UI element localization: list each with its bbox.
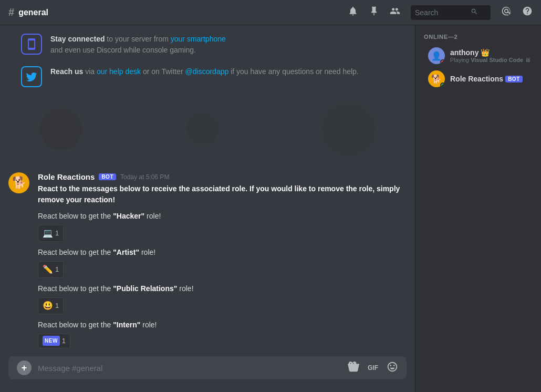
message-body: Role Reactions BOT Today at 5:06 PM Reac… [38, 172, 407, 348]
intern-reaction-btn[interactable]: NEW 1 [38, 334, 70, 348]
search-input[interactable] [415, 8, 467, 17]
intern-role-text: React below to get the "Intern" role! [38, 319, 407, 331]
help-icon[interactable] [522, 6, 533, 19]
pr-reaction-btn[interactable]: 😃 1 [38, 297, 64, 314]
member-info-anthony: anthony 👑 Playing Visual Studio Code 🖥 [450, 48, 533, 63]
search-bar[interactable] [411, 5, 491, 20]
system-message-twitter: Reach us via our help desk or on Twitter… [8, 66, 407, 87]
member-name-anthony: anthony 👑 [450, 48, 533, 57]
messages-container[interactable]: Stay connected to your server from your … [0, 25, 415, 356]
status-dot-role-reactions [440, 82, 445, 87]
help-desk-link[interactable]: our help desk [97, 67, 141, 76]
topbar: # general [0, 0, 541, 25]
right-sidebar: ONLINE—2 👤 anthony 👑 Playing Visual Stud… [415, 25, 541, 392]
member-status-anthony: Playing Visual Studio Code 🖥 [450, 57, 533, 63]
bot-chat-message: 🐕 Role Reactions BOT Today at 5:06 PM Re… [8, 171, 407, 349]
pr-emoji: 😃 [43, 300, 53, 312]
system-text-phone: Stay connected to your server from your … [50, 34, 226, 56]
at-icon[interactable] [501, 6, 512, 19]
emoji-icon[interactable] [387, 361, 398, 375]
artist-role-text: React below to get the "Artist" role! [38, 247, 407, 258]
ghost-background [8, 98, 407, 161]
smartphone-link[interactable]: your smartphone [171, 35, 226, 43]
message-timestamp: Today at 5:06 PM [120, 173, 169, 181]
gift-icon[interactable] [348, 361, 359, 375]
gif-icon[interactable]: GIF [368, 364, 378, 372]
phone-icon [21, 34, 42, 55]
member-item-role-reactions[interactable]: 🐕 Role Reactions BOT [420, 67, 537, 90]
twitter-icon [21, 66, 42, 87]
member-name-role-reactions: Role Reactions BOT [450, 75, 533, 83]
bot-badge: BOT [99, 173, 116, 180]
chat-area: Stay connected to your server from your … [0, 25, 415, 392]
intern-new-badge: NEW [43, 336, 60, 346]
members-icon[interactable] [390, 6, 400, 19]
main-layout: Stay connected to your server from your … [0, 25, 541, 392]
member-avatar-role-reactions: 🐕 [428, 70, 445, 87]
channel-name: general [18, 8, 48, 17]
bot-intro-text: React to the messages below to receive t… [38, 183, 407, 205]
artist-count: 1 [55, 264, 59, 275]
crown-icon-anthony: 👑 [481, 48, 490, 57]
search-icon [471, 8, 478, 17]
pr-role-text: React below to get the "Public Relations… [38, 283, 407, 294]
input-icons: GIF [348, 361, 398, 375]
online-section-title: ONLINE—2 [415, 34, 541, 44]
system-text-twitter: Reach us via our help desk or on Twitter… [50, 66, 359, 77]
topbar-icons [348, 5, 533, 20]
bot-badge-sidebar: BOT [505, 76, 523, 82]
ghost-avatar-mid-left [186, 114, 218, 145]
artist-emoji: ✏️ [43, 263, 53, 276]
bot-avatar: 🐕 [8, 172, 29, 193]
member-item-anthony[interactable]: 👤 anthony 👑 Playing Visual Studio Code 🖥 [420, 44, 537, 67]
discord-twitter-link[interactable]: @discordapp [185, 67, 229, 76]
ghost-avatar-right [322, 103, 375, 156]
pr-count: 1 [55, 301, 59, 311]
message-input-box: + GIF [8, 356, 407, 379]
hacker-emoji: 💻 [43, 227, 53, 240]
member-avatar-anthony: 👤 [428, 47, 445, 64]
hacker-role-text: React below to get the "Hacker" role! [38, 211, 407, 222]
intern-count: 1 [62, 336, 66, 346]
channel-hash: # [8, 6, 14, 18]
message-author: Role Reactions [38, 172, 95, 181]
hacker-reaction-btn[interactable]: 💻 1 [38, 225, 64, 242]
system-message-phone: Stay connected to your server from your … [8, 34, 407, 56]
artist-reaction-btn[interactable]: ✏️ 1 [38, 261, 64, 278]
message-content: React to the messages below to receive t… [38, 183, 407, 348]
pin-icon[interactable] [369, 6, 379, 19]
add-attachment-button[interactable]: + [17, 360, 32, 375]
status-dot-anthony [440, 59, 445, 64]
hacker-count: 1 [55, 228, 59, 239]
member-info-role-reactions: Role Reactions BOT [450, 75, 533, 83]
message-input-area: + GIF [0, 356, 415, 392]
message-header: Role Reactions BOT Today at 5:06 PM [38, 172, 407, 181]
message-input[interactable] [38, 364, 341, 373]
ghost-avatar-left [40, 108, 82, 150]
bell-icon[interactable] [348, 6, 358, 19]
